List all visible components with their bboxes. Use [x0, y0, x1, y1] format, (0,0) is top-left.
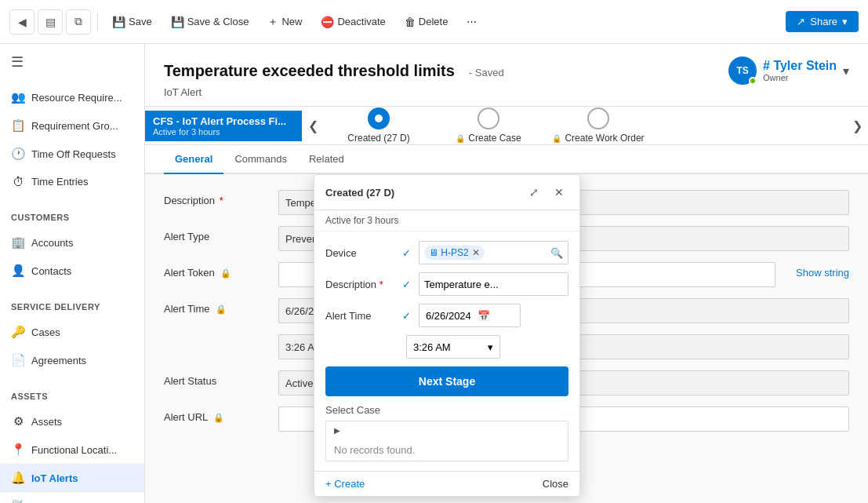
- popup-time-row: 3:26 AM ▾: [325, 335, 568, 359]
- lock-icon: 🔒: [456, 134, 465, 143]
- tab-general[interactable]: General: [164, 145, 223, 174]
- bpf-nav-right[interactable]: ❯: [846, 107, 868, 144]
- popup-footer: + Create Close: [314, 471, 579, 496]
- form-label-alert-time: Alert Time 🔒: [164, 298, 266, 315]
- share-chevron-icon: ▾: [842, 16, 848, 27]
- owner-label: Owner: [763, 73, 837, 82]
- bpf-stage-sub: Active for 3 hours: [153, 127, 291, 137]
- sidebar-item-time-off-requests[interactable]: 🕐 Time Off Requests: [0, 140, 144, 168]
- sidebar-item-agreements[interactable]: 📄 Agreements: [0, 346, 144, 374]
- sidebar-item-iot-devices[interactable]: 📡 IoT Devices: [0, 492, 144, 503]
- requirement-icon: 📋: [11, 118, 25, 133]
- record-title: Temperature exceeded threshold limits: [164, 62, 455, 80]
- owner-name[interactable]: # Tyler Stein: [763, 59, 837, 73]
- bpf-step-circle-created: [368, 108, 390, 129]
- tab-commands[interactable]: Commands: [223, 145, 297, 174]
- deactivate-icon: ⛔: [321, 16, 334, 28]
- sidebar-item-accounts[interactable]: 🏢 Accounts: [0, 228, 144, 257]
- next-stage-button[interactable]: Next Stage: [325, 366, 568, 396]
- bpf-step-created[interactable]: Created (27 D): [332, 108, 426, 144]
- form-label-alert-time2: [164, 334, 266, 339]
- record-owner: TS # Tyler Stein Owner ▾: [728, 56, 849, 85]
- popup-field-alert-time: Alert Time ✓ 6/26/2024 📅: [325, 304, 568, 327]
- avatar-status-dot: [749, 77, 757, 85]
- record-subtitle: IoT Alert: [164, 86, 849, 98]
- sidebar-item-assets[interactable]: ⚙ Assets: [0, 407, 144, 436]
- sidebar-section-assets: ⚙ Assets 📍 Functional Locati... 🔔 IoT Al…: [0, 404, 144, 503]
- back-icon: ◀: [18, 16, 27, 28]
- popup-close-button[interactable]: Close: [543, 478, 568, 490]
- assets-icon: ⚙: [11, 414, 25, 428]
- popup-dropdown-content: No records found.: [326, 439, 568, 461]
- lock-icon-wo: 🔒: [552, 134, 561, 143]
- popup-label-device: Device: [325, 247, 396, 259]
- time-chevron-icon: ▾: [488, 341, 493, 353]
- device-check-icon: ✓: [402, 247, 411, 259]
- bpf-stages: Created (27 D) 🔒Create Case 🔒Create Work…: [324, 108, 846, 144]
- sidebar-section-top: 👥 Resource Require... 📋 Requirement Gro.…: [0, 80, 144, 199]
- bpf-step-create-case[interactable]: 🔒Create Case: [441, 108, 536, 144]
- description-check-icon: ✓: [402, 279, 411, 290]
- view-button[interactable]: ▤: [38, 9, 63, 35]
- deactivate-button[interactable]: ⛔ Deactivate: [313, 11, 393, 33]
- popup-date-input[interactable]: 6/26/2024 📅: [419, 304, 521, 327]
- show-string-link[interactable]: Show string: [796, 262, 849, 279]
- popup-time-input[interactable]: 3:26 AM ▾: [406, 335, 500, 359]
- device-search-icon[interactable]: 🔍: [550, 247, 563, 259]
- save-close-icon: 💾: [171, 16, 184, 28]
- more-button[interactable]: ⋯: [459, 11, 485, 32]
- tab-related[interactable]: Related: [298, 145, 355, 174]
- popup-value-device[interactable]: 🖥 H-PS2 ✕ 🔍: [419, 241, 568, 264]
- popup-select-case-label: Select Case: [325, 404, 568, 416]
- form-label-alert-token: Alert Token 🔒: [164, 262, 266, 279]
- new-button[interactable]: ＋ New: [260, 10, 310, 34]
- share-button[interactable]: ↗ Share ▾: [786, 11, 859, 32]
- new-icon: ＋: [267, 15, 278, 29]
- iot-alerts-icon: 🔔: [11, 471, 25, 485]
- popup-body: Device ✓ 🖥 H-PS2 ✕ 🔍: [314, 231, 579, 471]
- sidebar-item-iot-alerts[interactable]: 🔔 IoT Alerts: [0, 464, 144, 492]
- popup-header: Created (27 D) ⤢ ✕: [314, 175, 579, 210]
- more-icon: ⋯: [467, 16, 477, 27]
- sidebar-item-contacts[interactable]: 👤 Contacts: [0, 257, 144, 285]
- hamburger-menu[interactable]: ☰: [0, 44, 144, 80]
- bpf-step-create-work-order[interactable]: 🔒Create Work Order: [551, 108, 645, 144]
- cases-icon: 🔑: [11, 325, 25, 339]
- owner-chevron-icon[interactable]: ▾: [843, 64, 849, 78]
- bpf-nav-left[interactable]: ❮: [302, 107, 324, 144]
- accounts-icon: 🏢: [11, 235, 25, 250]
- popup-field-description: Description * ✓ Temperature e...: [325, 272, 568, 296]
- popup-dropdown-toggle[interactable]: ▶: [326, 421, 568, 439]
- popup-create-button[interactable]: + Create: [325, 478, 365, 490]
- bpf-stage-button[interactable]: CFS - IoT Alert Process Fi... Active for…: [145, 111, 302, 141]
- device-tag-remove[interactable]: ✕: [472, 247, 480, 258]
- separator: [97, 13, 98, 31]
- form-label-alert-status: Alert Status: [164, 370, 266, 387]
- back-button[interactable]: ◀: [9, 9, 35, 35]
- sidebar-item-cases[interactable]: 🔑 Cases: [0, 318, 144, 346]
- popup-value-description[interactable]: Temperature e...: [419, 272, 568, 296]
- agreements-icon: 📄: [11, 353, 25, 367]
- new-window-icon: ⧉: [74, 15, 82, 28]
- sidebar-item-resource-require[interactable]: 👥 Resource Require...: [0, 83, 144, 111]
- sidebar-item-requirement-gro[interactable]: 📋 Requirement Gro...: [0, 111, 144, 140]
- assets-header: Assets: [0, 384, 144, 404]
- sidebar-section-customers: 🏢 Accounts 👤 Contacts: [0, 225, 144, 288]
- save-button[interactable]: 💾 Save: [104, 11, 160, 33]
- share-icon: ↗: [797, 16, 805, 27]
- functional-locati-icon: 📍: [11, 443, 25, 457]
- main-content: Temperature exceeded threshold limits - …: [145, 44, 868, 503]
- time-off-icon: 🕐: [11, 147, 25, 161]
- save-close-button[interactable]: 💾 Save & Close: [163, 11, 257, 33]
- form-area: Description * Tempe... Alert Type Preven…: [145, 174, 868, 503]
- delete-button[interactable]: 🗑 Delete: [397, 11, 456, 33]
- popup-dropdown: ▶ No records found.: [325, 421, 568, 461]
- popup-label-alert-time: Alert Time: [325, 310, 396, 322]
- popup-expand-icon[interactable]: ⤢: [525, 183, 543, 202]
- sidebar-item-time-entries[interactable]: ⏱ Time Entries: [0, 168, 144, 195]
- popup-subtitle: Active for 3 hours: [314, 210, 579, 231]
- sidebar-item-functional-locati[interactable]: 📍 Functional Locati...: [0, 436, 144, 464]
- popup-close-icon[interactable]: ✕: [550, 183, 568, 202]
- form-label-alert-url: Alert URL 🔒: [164, 406, 266, 423]
- new-window-button[interactable]: ⧉: [66, 9, 91, 35]
